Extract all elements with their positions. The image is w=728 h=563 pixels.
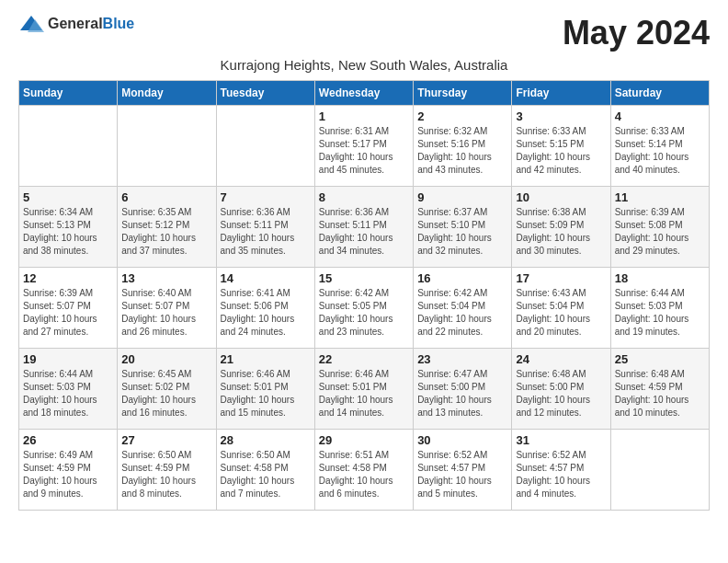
table-row: 30Sunrise: 6:52 AM Sunset: 4:57 PM Dayli… bbox=[414, 430, 512, 511]
month-title: May 2024 bbox=[563, 14, 710, 52]
logo-general: General bbox=[48, 16, 103, 31]
day-number: 30 bbox=[417, 433, 507, 447]
day-info: Sunrise: 6:42 AM Sunset: 5:05 PM Dayligh… bbox=[319, 287, 409, 339]
day-info: Sunrise: 6:34 AM Sunset: 5:13 PM Dayligh… bbox=[23, 206, 113, 258]
table-row: 15Sunrise: 6:42 AM Sunset: 5:05 PM Dayli… bbox=[314, 268, 413, 349]
day-info: Sunrise: 6:32 AM Sunset: 5:16 PM Dayligh… bbox=[417, 125, 507, 177]
col-sunday: Sunday bbox=[19, 81, 118, 106]
day-info: Sunrise: 6:38 AM Sunset: 5:09 PM Dayligh… bbox=[516, 206, 606, 258]
header: GeneralBlue May 2024 bbox=[18, 14, 710, 52]
table-row: 20Sunrise: 6:45 AM Sunset: 5:02 PM Dayli… bbox=[118, 349, 216, 430]
table-row bbox=[610, 430, 709, 511]
col-thursday: Thursday bbox=[414, 81, 512, 106]
day-number: 2 bbox=[417, 109, 507, 123]
day-info: Sunrise: 6:40 AM Sunset: 5:07 PM Dayligh… bbox=[121, 287, 211, 339]
day-info: Sunrise: 6:33 AM Sunset: 5:14 PM Dayligh… bbox=[615, 125, 705, 177]
col-friday: Friday bbox=[512, 81, 610, 106]
day-info: Sunrise: 6:52 AM Sunset: 4:57 PM Dayligh… bbox=[417, 449, 507, 500]
day-info: Sunrise: 6:46 AM Sunset: 5:01 PM Dayligh… bbox=[221, 368, 311, 419]
day-number: 4 bbox=[615, 109, 705, 123]
calendar-table: Sunday Monday Tuesday Wednesday Thursday… bbox=[18, 80, 710, 511]
calendar-week-2: 5Sunrise: 6:34 AM Sunset: 5:13 PM Daylig… bbox=[19, 187, 710, 268]
day-info: Sunrise: 6:37 AM Sunset: 5:10 PM Dayligh… bbox=[417, 206, 507, 258]
day-info: Sunrise: 6:49 AM Sunset: 4:59 PM Dayligh… bbox=[23, 449, 113, 500]
table-row: 26Sunrise: 6:49 AM Sunset: 4:59 PM Dayli… bbox=[19, 430, 118, 511]
day-number: 21 bbox=[221, 352, 311, 366]
day-info: Sunrise: 6:47 AM Sunset: 5:00 PM Dayligh… bbox=[417, 368, 507, 419]
table-row: 24Sunrise: 6:48 AM Sunset: 5:00 PM Dayli… bbox=[512, 349, 610, 430]
day-number: 14 bbox=[221, 271, 311, 285]
day-number: 31 bbox=[516, 433, 606, 447]
day-info: Sunrise: 6:42 AM Sunset: 5:04 PM Dayligh… bbox=[417, 287, 507, 339]
header-row: Sunday Monday Tuesday Wednesday Thursday… bbox=[19, 81, 710, 106]
day-number: 28 bbox=[221, 433, 311, 447]
table-row: 13Sunrise: 6:40 AM Sunset: 5:07 PM Dayli… bbox=[118, 268, 216, 349]
table-row: 27Sunrise: 6:50 AM Sunset: 4:59 PM Dayli… bbox=[118, 430, 216, 511]
day-number: 29 bbox=[319, 433, 409, 447]
day-number: 7 bbox=[221, 190, 311, 204]
table-row: 22Sunrise: 6:46 AM Sunset: 5:01 PM Dayli… bbox=[314, 349, 413, 430]
table-row: 4Sunrise: 6:33 AM Sunset: 5:14 PM Daylig… bbox=[610, 106, 709, 187]
day-info: Sunrise: 6:48 AM Sunset: 5:00 PM Dayligh… bbox=[516, 368, 606, 419]
day-info: Sunrise: 6:44 AM Sunset: 5:03 PM Dayligh… bbox=[23, 368, 113, 419]
table-row: 11Sunrise: 6:39 AM Sunset: 5:08 PM Dayli… bbox=[610, 187, 709, 268]
calendar-week-3: 12Sunrise: 6:39 AM Sunset: 5:07 PM Dayli… bbox=[19, 268, 710, 349]
logo-blue: Blue bbox=[103, 16, 135, 31]
table-row: 31Sunrise: 6:52 AM Sunset: 4:57 PM Dayli… bbox=[512, 430, 610, 511]
location-title: Kurrajong Heights, New South Wales, Aust… bbox=[18, 57, 710, 73]
day-number: 12 bbox=[23, 271, 113, 285]
calendar-week-1: 1Sunrise: 6:31 AM Sunset: 5:17 PM Daylig… bbox=[19, 106, 710, 187]
day-number: 6 bbox=[121, 190, 211, 204]
day-number: 3 bbox=[516, 109, 606, 123]
table-row: 28Sunrise: 6:50 AM Sunset: 4:58 PM Dayli… bbox=[216, 430, 314, 511]
col-saturday: Saturday bbox=[610, 81, 709, 106]
day-info: Sunrise: 6:35 AM Sunset: 5:12 PM Dayligh… bbox=[121, 206, 211, 258]
calendar-week-4: 19Sunrise: 6:44 AM Sunset: 5:03 PM Dayli… bbox=[19, 349, 710, 430]
table-row bbox=[19, 106, 118, 187]
day-info: Sunrise: 6:45 AM Sunset: 5:02 PM Dayligh… bbox=[121, 368, 211, 419]
day-info: Sunrise: 6:41 AM Sunset: 5:06 PM Dayligh… bbox=[221, 287, 311, 339]
day-info: Sunrise: 6:48 AM Sunset: 4:59 PM Dayligh… bbox=[615, 368, 705, 419]
day-info: Sunrise: 6:31 AM Sunset: 5:17 PM Dayligh… bbox=[319, 125, 409, 177]
table-row: 10Sunrise: 6:38 AM Sunset: 5:09 PM Dayli… bbox=[512, 187, 610, 268]
day-info: Sunrise: 6:50 AM Sunset: 4:58 PM Dayligh… bbox=[221, 449, 311, 500]
day-number: 17 bbox=[516, 271, 606, 285]
col-monday: Monday bbox=[118, 81, 216, 106]
title-area: May 2024 bbox=[563, 14, 710, 52]
day-number: 15 bbox=[319, 271, 409, 285]
table-row: 18Sunrise: 6:44 AM Sunset: 5:03 PM Dayli… bbox=[610, 268, 709, 349]
col-wednesday: Wednesday bbox=[314, 81, 413, 106]
day-number: 16 bbox=[417, 271, 507, 285]
day-info: Sunrise: 6:39 AM Sunset: 5:07 PM Dayligh… bbox=[23, 287, 113, 339]
table-row: 21Sunrise: 6:46 AM Sunset: 5:01 PM Dayli… bbox=[216, 349, 314, 430]
day-number: 23 bbox=[417, 352, 507, 366]
day-number: 26 bbox=[23, 433, 113, 447]
day-info: Sunrise: 6:52 AM Sunset: 4:57 PM Dayligh… bbox=[516, 449, 606, 500]
table-row: 7Sunrise: 6:36 AM Sunset: 5:11 PM Daylig… bbox=[216, 187, 314, 268]
table-row bbox=[216, 106, 314, 187]
day-number: 25 bbox=[615, 352, 705, 366]
table-row: 29Sunrise: 6:51 AM Sunset: 4:58 PM Dayli… bbox=[314, 430, 413, 511]
day-info: Sunrise: 6:46 AM Sunset: 5:01 PM Dayligh… bbox=[319, 368, 409, 419]
day-number: 20 bbox=[121, 352, 211, 366]
day-number: 13 bbox=[121, 271, 211, 285]
day-number: 9 bbox=[417, 190, 507, 204]
day-number: 27 bbox=[121, 433, 211, 447]
table-row: 2Sunrise: 6:32 AM Sunset: 5:16 PM Daylig… bbox=[414, 106, 512, 187]
table-row: 9Sunrise: 6:37 AM Sunset: 5:10 PM Daylig… bbox=[414, 187, 512, 268]
table-row: 8Sunrise: 6:36 AM Sunset: 5:11 PM Daylig… bbox=[314, 187, 413, 268]
day-number: 10 bbox=[516, 190, 606, 204]
table-row: 3Sunrise: 6:33 AM Sunset: 5:15 PM Daylig… bbox=[512, 106, 610, 187]
table-row bbox=[118, 106, 216, 187]
day-info: Sunrise: 6:51 AM Sunset: 4:58 PM Dayligh… bbox=[319, 449, 409, 500]
table-row: 25Sunrise: 6:48 AM Sunset: 4:59 PM Dayli… bbox=[610, 349, 709, 430]
table-row: 6Sunrise: 6:35 AM Sunset: 5:12 PM Daylig… bbox=[118, 187, 216, 268]
day-info: Sunrise: 6:36 AM Sunset: 5:11 PM Dayligh… bbox=[319, 206, 409, 258]
day-number: 1 bbox=[319, 109, 409, 123]
day-number: 11 bbox=[615, 190, 705, 204]
table-row: 19Sunrise: 6:44 AM Sunset: 5:03 PM Dayli… bbox=[19, 349, 118, 430]
calendar-week-5: 26Sunrise: 6:49 AM Sunset: 4:59 PM Dayli… bbox=[19, 430, 710, 511]
day-number: 5 bbox=[23, 190, 113, 204]
day-number: 18 bbox=[615, 271, 705, 285]
day-number: 19 bbox=[23, 352, 113, 366]
